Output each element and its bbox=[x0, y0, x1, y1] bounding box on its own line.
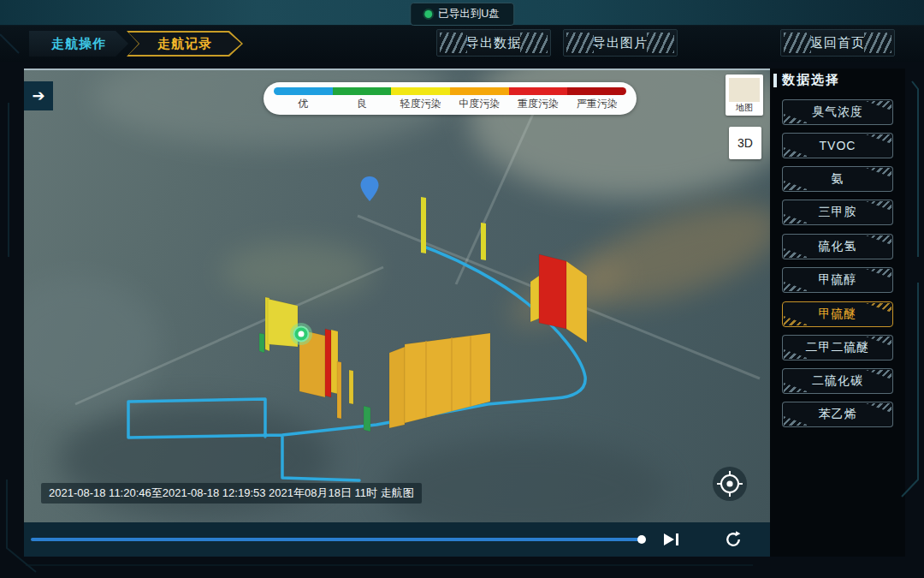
playback-bar bbox=[24, 522, 770, 557]
legend-segment bbox=[333, 87, 392, 95]
basemap-thumbnail bbox=[729, 78, 760, 102]
tab-navigation-record[interactable]: 走航记录 bbox=[127, 31, 243, 57]
progress-fill bbox=[31, 538, 642, 541]
sidebar-item-ammonia[interactable]: 氨 bbox=[782, 166, 893, 192]
item-label: 苯乙烯 bbox=[819, 407, 857, 422]
legend-label: 重度污染 bbox=[509, 97, 568, 111]
legend-segment bbox=[567, 87, 626, 95]
panel-title: 数据选择 bbox=[773, 72, 840, 88]
sidebar-item-carbon-disulfide[interactable]: 二硫化碳 bbox=[782, 368, 893, 394]
progress-track[interactable] bbox=[31, 538, 660, 541]
navbar: 走航操作 走航记录 导出数据 导出图片 返回首页 bbox=[0, 26, 924, 62]
export-toast: 已导出到U盘 bbox=[410, 3, 514, 26]
back-home-button[interactable]: 返回首页 bbox=[780, 29, 895, 57]
item-label: 二甲二硫醚 bbox=[806, 340, 870, 355]
sidebar-item-trimethylamine[interactable]: 三甲胺 bbox=[782, 200, 893, 225]
progress-thumb[interactable] bbox=[637, 535, 646, 544]
legend-label: 优 bbox=[274, 97, 333, 111]
pollution-wall-right bbox=[530, 254, 587, 343]
legend-segment bbox=[450, 87, 509, 95]
replay-button[interactable] bbox=[724, 530, 743, 549]
mode-3d-label: 3D bbox=[737, 136, 753, 150]
stripe-decoration bbox=[566, 33, 594, 53]
item-label: 硫化氢 bbox=[819, 239, 857, 254]
item-label: 二硫化碳 bbox=[812, 373, 863, 389]
skip-to-end-button[interactable] bbox=[664, 532, 684, 547]
sidebar-item-styrene[interactable]: 苯乙烯 bbox=[782, 402, 893, 427]
item-label: TVOC bbox=[820, 139, 856, 152]
tab-label: 走航记录 bbox=[157, 36, 212, 52]
item-label: 三甲胺 bbox=[819, 205, 857, 220]
legend-segment bbox=[509, 87, 568, 95]
tab-navigation-operation[interactable]: 走航操作 bbox=[29, 31, 128, 57]
pollution-wall-middle bbox=[389, 333, 490, 428]
crosshair-icon bbox=[715, 469, 744, 498]
skip-to-end-icon bbox=[664, 533, 674, 545]
sidebar-item-odor[interactable]: 臭气浓度 bbox=[782, 99, 893, 125]
item-label: 甲硫醚 bbox=[819, 307, 857, 322]
route-line bbox=[128, 247, 585, 480]
sidebar-item-dimethyl-disulfide[interactable]: 二甲二硫醚 bbox=[782, 335, 893, 361]
sidebar-item-methanethiol[interactable]: 甲硫醇 bbox=[782, 267, 893, 293]
item-label: 氨 bbox=[832, 171, 844, 187]
export-data-button[interactable]: 导出数据 bbox=[436, 29, 551, 57]
basemap-label: 地图 bbox=[726, 102, 763, 114]
legend-label: 严重污染 bbox=[567, 97, 626, 111]
button-label: 导出图片 bbox=[593, 35, 648, 51]
sidebar-item-tvoc[interactable]: TVOC bbox=[782, 133, 893, 158]
title-accent-bar bbox=[773, 74, 777, 87]
aqi-gradient-bar bbox=[274, 87, 626, 95]
pollution-route-overlay bbox=[24, 70, 770, 524]
button-label: 导出数据 bbox=[466, 35, 521, 51]
item-label: 甲硫醇 bbox=[819, 272, 857, 288]
tab-label: 走航操作 bbox=[51, 36, 106, 52]
stripe-decoration bbox=[440, 33, 467, 53]
sidebar-item-dimethyl-sulfide[interactable]: 甲硫醚 bbox=[782, 301, 893, 327]
map-3d-view[interactable]: ➔ 优 良 轻度污染 中度污染 重度污染 严重污染 地图 bbox=[24, 69, 770, 524]
legend-segment bbox=[391, 87, 450, 95]
refresh-icon bbox=[724, 530, 743, 549]
stripe-decoration bbox=[520, 33, 548, 53]
stripe-decoration bbox=[864, 33, 891, 53]
sidebar-item-hydrogen-sulfide[interactable]: 硫化氢 bbox=[782, 234, 893, 259]
map-pin-icon bbox=[361, 176, 379, 201]
collapse-panel-arrow-button[interactable]: ➔ bbox=[24, 81, 53, 110]
route-timestamp: 2021-08-18 11:20:46至2021-08-18 12:19:53 … bbox=[41, 483, 422, 504]
legend-label: 良 bbox=[333, 97, 392, 111]
app-root: 已导出到U盘 走航操作 走航记录 导出数据 导出图片 返回首页 bbox=[0, 0, 924, 578]
export-image-button[interactable]: 导出图片 bbox=[563, 29, 678, 57]
basemap-switch-button[interactable]: 地图 bbox=[726, 74, 763, 116]
toast-label: 已导出到U盘 bbox=[438, 7, 500, 21]
data-select-panel: 数据选择 臭气浓度 TVOC 氨 三甲胺 硫化氢 甲硫醇 甲硫醚 二甲二硫醚 二… bbox=[770, 69, 905, 557]
legend-label: 中度污染 bbox=[450, 97, 509, 111]
button-label: 返回首页 bbox=[810, 35, 865, 51]
current-position-marker bbox=[290, 323, 312, 345]
aqi-legend-labels: 优 良 轻度污染 中度污染 重度污染 严重污染 bbox=[274, 97, 626, 111]
stripe-decoration bbox=[784, 33, 811, 53]
pollution-wall-left bbox=[259, 297, 370, 432]
skip-to-end-icon bbox=[676, 533, 678, 545]
check-circle-icon bbox=[424, 10, 432, 18]
mode-3d-button[interactable]: 3D bbox=[729, 127, 761, 159]
item-label: 臭气浓度 bbox=[812, 104, 863, 120]
stripe-decoration bbox=[647, 33, 674, 53]
legend-label: 轻度污染 bbox=[391, 97, 450, 111]
legend-segment bbox=[274, 87, 333, 95]
aqi-legend: 优 良 轻度污染 中度污染 重度污染 严重污染 bbox=[264, 82, 637, 115]
locate-button[interactable] bbox=[713, 467, 747, 501]
panel-title-label: 数据选择 bbox=[782, 72, 840, 88]
